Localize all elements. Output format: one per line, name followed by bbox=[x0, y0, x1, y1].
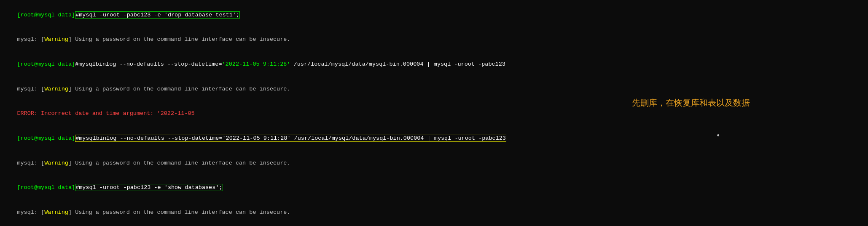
line-6: [root@mysql data]#mysqlbinlog --no-defau… bbox=[3, 126, 865, 151]
cmd-6: #mysqlbinlog --no-defaults --stop-dateti… bbox=[75, 135, 506, 142]
prompt-1: [root@mysql data] bbox=[17, 12, 75, 18]
line-3: [root@mysql data]#mysqlbinlog --no-defau… bbox=[3, 52, 865, 77]
dot-decoration: • bbox=[716, 130, 720, 141]
warning-4: mysql: [Warning] Using a password on the… bbox=[17, 86, 290, 92]
prompt-3: [root@mysql data] bbox=[17, 61, 75, 67]
line-9: mysql: [Warning] Using a password on the… bbox=[3, 200, 865, 225]
cmd-8: #mysql -uroot -pabc123 -e 'show database… bbox=[75, 184, 223, 191]
line-2: mysql: [Warning] Using a password on the… bbox=[3, 27, 865, 52]
prompt-6: [root@mysql data] bbox=[17, 135, 75, 141]
cmd-3: #mysqlbinlog --no-defaults --stop-dateti… bbox=[75, 61, 505, 67]
line-1: [root@mysql data]#mysql -uroot -pabc123 … bbox=[3, 3, 865, 27]
warning-7: mysql: [Warning] Using a password on the… bbox=[17, 160, 290, 166]
cmd-1: #mysql -uroot -pabc123 -e 'drop database… bbox=[75, 11, 240, 19]
line-7: mysql: [Warning] Using a password on the… bbox=[3, 151, 865, 175]
error-5: ERROR: Incorrect date and time argument:… bbox=[17, 110, 194, 117]
prompt-8: [root@mysql data] bbox=[17, 184, 75, 191]
chinese-annotation: 先删库，在恢复库和表以及数据 bbox=[632, 97, 750, 109]
line-8: [root@mysql data]#mysql -uroot -pabc123 … bbox=[3, 175, 865, 200]
warning-2: mysql: [Warning] Using a password on the… bbox=[17, 36, 290, 43]
warning-9: mysql: [Warning] Using a password on the… bbox=[17, 209, 290, 215]
terminal: [root@mysql data]#mysql -uroot -pabc123 … bbox=[0, 0, 868, 226]
